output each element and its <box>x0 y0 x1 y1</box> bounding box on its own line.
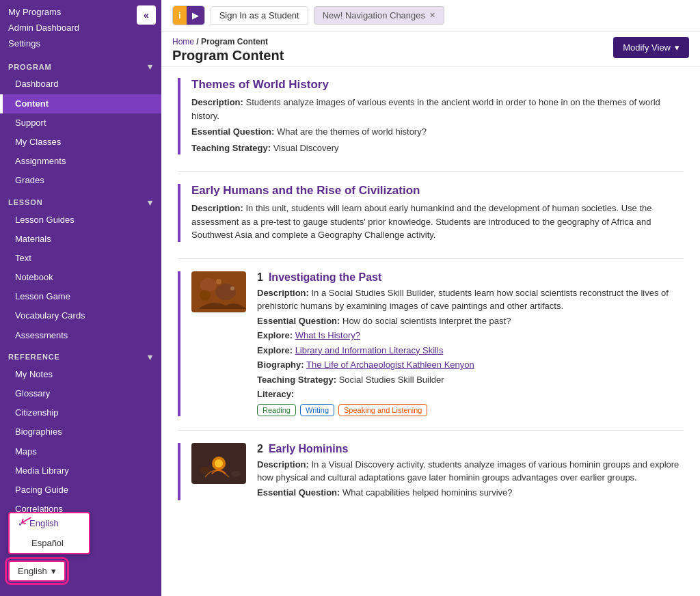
divider-1 <box>178 171 684 172</box>
divider-3 <box>178 430 684 431</box>
lesson-investigating-the-past: 1 Investigating the Past Description: In… <box>178 271 684 416</box>
nav-forward-button[interactable]: ▶ <box>187 6 204 25</box>
sidebar-item-text[interactable]: Text <box>0 249 161 268</box>
my-programs-link[interactable]: My Programs <box>8 5 153 20</box>
svg-point-10 <box>231 471 241 476</box>
modify-view-caret-icon: ▾ <box>675 42 679 53</box>
breadcrumb-title-group: Home / Program Content Program Content <box>172 37 284 64</box>
sidebar-item-glossary[interactable]: Glossary <box>0 384 161 403</box>
lesson-num-title-investigating: 1 Investigating the Past <box>257 271 684 284</box>
literacy-badges-investigating: Reading Writing Speaking and Listening <box>257 404 684 416</box>
svg-point-8 <box>215 459 223 468</box>
unit-early-humans: Early Humans and the Rise of Civilizatio… <box>178 184 684 242</box>
unit-title-early-humans: Early Humans and the Rise of Civilizatio… <box>191 184 684 198</box>
lesson-thumb-hominins <box>191 443 246 484</box>
sidebar-item-assignments[interactable]: Assignments <box>0 152 161 171</box>
lesson-strategy-investigating: Teaching Strategy: Social Studies Skill … <box>257 373 684 387</box>
info-nav-group: i ▶ <box>172 5 205 25</box>
svg-point-9 <box>200 467 211 474</box>
lesson-content-investigating: 1 Investigating the Past Description: In… <box>257 271 684 416</box>
lesson-thumb-investigating <box>191 271 246 312</box>
lesson-early-hominins: 2 Early Hominins Description: In a Visua… <box>178 443 684 501</box>
breadcrumb-home-link[interactable]: Home <box>172 37 194 46</box>
reference-caret-icon[interactable]: ▾ <box>148 352 153 362</box>
unit-desc-themes: Description: Students analyze images of … <box>191 96 684 122</box>
lesson-desc-investigating: Description: In a Social Studies Skill B… <box>257 286 684 313</box>
sidebar-item-biographies[interactable]: Biographies <box>0 422 161 442</box>
lesson-biography-investigating: Biography: The Life of Archaeologist Kat… <box>257 358 684 372</box>
admin-dashboard-link[interactable]: Admin Dashboard <box>8 21 153 36</box>
sidebar-item-support[interactable]: Support <box>0 113 161 133</box>
lesson-eq-hominins: Essential Question: What capabilities he… <box>257 486 684 500</box>
lesson-explore1-investigating: Explore: What Is History? <box>257 329 684 342</box>
divider-2 <box>178 258 684 259</box>
explore-link-library-skills[interactable]: Library and Information Literacy Skills <box>295 345 444 355</box>
lang-option-espanol[interactable]: Español <box>10 533 89 553</box>
sidebar: My Programs Admin Dashboard Settings « P… <box>0 0 161 596</box>
biography-link-kenyon[interactable]: The Life of Archaeologist Kathleen Kenyo… <box>306 360 474 370</box>
badge-writing[interactable]: Writing <box>300 404 334 416</box>
breadcrumb: Home / Program Content <box>172 37 284 46</box>
language-dropdown: ✓ English Español <box>8 512 90 554</box>
top-links-container: My Programs Admin Dashboard Settings « <box>0 0 161 55</box>
svg-point-2 <box>215 284 236 300</box>
explore-link-what-is-history[interactable]: What Is History? <box>295 330 360 340</box>
program-section-label: PROGRAM ▾ <box>0 55 161 74</box>
sidebar-item-content[interactable]: Content <box>0 94 161 113</box>
sidebar-item-vocabulary-cards[interactable]: Vocabulary Cards <box>0 306 161 325</box>
unit-eq-themes: Essential Question: What are the themes … <box>191 125 684 139</box>
check-icon: ✓ <box>18 518 25 528</box>
svg-point-3 <box>200 290 211 301</box>
unit-desc-early-humans: Description: In this unit, students will… <box>191 202 684 242</box>
main-content-area: i ▶ Sign In as a Student New! Navigation… <box>161 0 700 596</box>
svg-point-5 <box>230 286 234 290</box>
unit-strategy-themes: Teaching Strategy: Visual Discovery <box>191 141 684 155</box>
collapse-sidebar-button[interactable]: « <box>137 5 156 25</box>
sidebar-item-assessments[interactable]: Assessments <box>0 326 161 345</box>
page-title: Program Content <box>172 48 284 64</box>
reference-section-label: REFERENCE ▾ <box>0 345 161 365</box>
unit-title-themes: Themes of World History <box>191 78 684 92</box>
lesson-section-label: LESSON ▾ <box>0 191 161 211</box>
sidebar-item-my-notes[interactable]: My Notes <box>0 365 161 384</box>
sidebar-item-media-library[interactable]: Media Library <box>0 461 161 480</box>
lesson-desc-hominins: Description: In a Visual Discovery activ… <box>257 458 684 485</box>
svg-point-4 <box>216 279 221 284</box>
tab-sign-in-as-student[interactable]: Sign In as a Student <box>211 6 308 25</box>
program-content-area: Themes of World History Description: Stu… <box>161 67 700 596</box>
tab-navigation-changes[interactable]: New! Navigation Changes ✕ <box>314 6 444 25</box>
unit-themes-world-history: Themes of World History Description: Stu… <box>178 78 684 154</box>
sidebar-item-maps[interactable]: Maps <box>0 442 161 461</box>
sidebar-item-dashboard[interactable]: Dashboard <box>0 74 161 94</box>
lesson-explore2-investigating: Explore: Library and Information Literac… <box>257 344 684 357</box>
language-selector-button[interactable]: English ▾ <box>8 560 66 582</box>
lang-option-english[interactable]: ✓ English <box>10 513 89 533</box>
language-area: ↙ ✓ English Español English ▾ <box>0 552 161 590</box>
info-button[interactable]: i <box>173 6 187 25</box>
program-caret-icon[interactable]: ▾ <box>148 62 153 72</box>
svg-point-1 <box>200 278 217 292</box>
modify-view-button[interactable]: Modify View ▾ <box>613 37 689 58</box>
sidebar-item-grades[interactable]: Grades <box>0 171 161 190</box>
sidebar-item-materials[interactable]: Materials <box>0 230 161 249</box>
settings-link[interactable]: Settings <box>8 37 153 51</box>
sidebar-item-citizenship[interactable]: Citizenship <box>0 403 161 422</box>
tab-close-button[interactable]: ✕ <box>429 11 435 20</box>
dropdown-arrow-icon: ▾ <box>51 566 56 576</box>
sidebar-item-my-classes[interactable]: My Classes <box>0 133 161 152</box>
breadcrumb-current: Program Content <box>201 37 268 46</box>
badge-speaking-listening[interactable]: Speaking and Listening <box>338 404 427 416</box>
sidebar-item-pacing-guide[interactable]: Pacing Guide <box>0 480 161 500</box>
sidebar-item-lesson-game[interactable]: Lesson Game <box>0 287 161 306</box>
sidebar-item-notebook[interactable]: Notebook <box>0 268 161 287</box>
badge-reading[interactable]: Reading <box>257 404 296 416</box>
lesson-eq-investigating: Essential Question: How do social scient… <box>257 314 684 328</box>
lesson-literacy-investigating: Literacy: <box>257 388 684 401</box>
sidebar-item-lesson-guides[interactable]: Lesson Guides <box>0 211 161 230</box>
content-header: Home / Program Content Program Content M… <box>161 31 700 67</box>
topbar: i ▶ Sign In as a Student New! Navigation… <box>161 0 700 31</box>
lesson-content-hominins: 2 Early Hominins Description: In a Visua… <box>257 443 684 501</box>
lesson-caret-icon[interactable]: ▾ <box>148 198 153 208</box>
lesson-num-title-hominins: 2 Early Hominins <box>257 443 684 455</box>
